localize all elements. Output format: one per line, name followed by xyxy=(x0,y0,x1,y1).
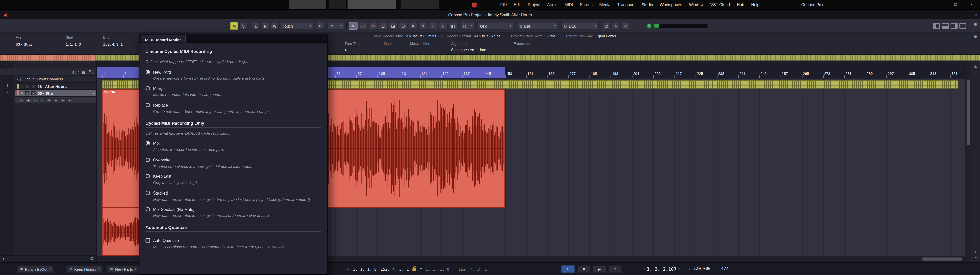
option-merge[interactable]: Merge xyxy=(146,86,321,90)
record-button[interactable]: ● xyxy=(608,265,622,273)
locator-display[interactable]: ▶ 1. 1. 1. 0 152. 4. 3. 1 ▼ 1. 1. 1. 0 ▾… xyxy=(348,265,487,273)
option-replace[interactable]: Replace xyxy=(146,103,321,107)
left-locator-value[interactable]: 1. 1. 1. 0 xyxy=(353,267,377,271)
track-visibility-icon[interactable]: ▦ xyxy=(82,70,86,74)
menu-workspaces[interactable]: Workspaces xyxy=(656,0,686,9)
radio-indicator[interactable] xyxy=(146,157,150,162)
radio-indicator[interactable] xyxy=(146,141,150,145)
toolbar-setup-gear-icon[interactable]: ⚙ xyxy=(974,22,977,27)
menu-media[interactable]: Media xyxy=(596,0,614,9)
read-automation-button[interactable]: R xyxy=(46,98,52,103)
reset-quantize-button[interactable]: ↺ xyxy=(621,22,629,30)
edit-channel-button[interactable]: e xyxy=(32,98,38,103)
chevron-down-icon[interactable]: ▾ xyxy=(93,92,94,95)
menu-scores[interactable]: Scores xyxy=(576,0,596,9)
window-layout-toggle[interactable] xyxy=(959,23,966,29)
punch-inout-button[interactable]: ◉ Punch In/Out ▾ xyxy=(17,265,54,273)
automation-mode-select[interactable]: Touch ▾ xyxy=(280,22,313,30)
play-tool-tool-button[interactable]: ▹ xyxy=(439,22,447,30)
play-button[interactable]: ▶ xyxy=(593,265,606,273)
menu-audio[interactable]: Audio xyxy=(544,0,561,9)
line-tool-button[interactable]: ∕ xyxy=(429,22,438,30)
close-button[interactable]: × xyxy=(964,0,979,9)
punch-in-value[interactable]: 1. 1. 1. 0 xyxy=(425,267,449,271)
horizontal-scrollbar-thumb[interactable] xyxy=(922,258,962,261)
suspend-automation-button[interactable]: ↺ xyxy=(316,22,325,30)
snap-button[interactable]: ⊓ ▾ xyxy=(461,22,475,30)
disclosure-icon[interactable]: ▸ xyxy=(17,77,18,81)
search-icon[interactable] xyxy=(88,69,94,75)
radio-indicator[interactable] xyxy=(146,190,150,195)
lanes-button[interactable]: ▸ xyxy=(60,98,65,103)
radio-indicator[interactable] xyxy=(146,207,150,211)
keep-history-button[interactable]: ↺ Keep History ▾ xyxy=(66,265,103,273)
record-arm-button[interactable]: ● xyxy=(19,98,24,103)
track-solo-button[interactable]: s xyxy=(32,91,36,95)
track-mute-button[interactable]: m xyxy=(25,91,29,95)
color-tool-tool-button[interactable]: ◧ xyxy=(449,22,457,30)
menu-help[interactable]: Help xyxy=(748,0,763,9)
tempo-display[interactable]: ♩ 120.000 xyxy=(689,265,711,273)
time-signature-display[interactable]: 4/4 xyxy=(721,265,729,273)
checkbox-indicator[interactable] xyxy=(146,238,150,242)
option-mix[interactable]: Mix xyxy=(146,141,321,145)
autoscroll-button[interactable]: ↠ ▾ xyxy=(328,22,344,30)
listen-button[interactable]: L xyxy=(252,22,260,30)
time-display[interactable]: ⊙ 3. 2. 2.107 ▾ xyxy=(643,265,680,273)
menu-project[interactable]: Project xyxy=(524,0,544,9)
mute-tool-tool-button[interactable]: × xyxy=(409,22,417,30)
draw-tool-button[interactable]: ✎ xyxy=(419,22,428,30)
lower-zone-toggle[interactable] xyxy=(942,23,949,29)
info-start-value[interactable]: 1. 1. 1. 0 xyxy=(65,42,94,46)
punch-out-value[interactable]: 152. 4. 3. 1 xyxy=(458,267,487,271)
right-zone-toggle[interactable] xyxy=(951,23,958,29)
monitor-button[interactable]: ◉ xyxy=(25,98,31,103)
minimize-button[interactable]: — xyxy=(932,0,948,9)
expand-icon[interactable]: ▾ xyxy=(3,257,4,261)
iterative-quantize-button[interactable]: iQ xyxy=(603,22,611,30)
project-close-icon[interactable]: × xyxy=(975,10,977,19)
menu-edit[interactable]: Edit xyxy=(511,0,524,9)
midi-record-mode-button[interactable]: ▦ New Parts ▾ xyxy=(107,265,139,273)
quantize-panel-button[interactable]: ✎ xyxy=(612,22,620,30)
freeze-button[interactable]: ≡ xyxy=(39,98,45,103)
option-stacked[interactable]: Stacked xyxy=(146,190,321,195)
io-channels-row[interactable]: ▸ ▤ Input/Output Channels xyxy=(15,76,96,83)
zoom-in-icon[interactable]: + xyxy=(975,250,977,254)
info-musical-mode-value[interactable]: - xyxy=(410,47,444,51)
option-new-parts[interactable]: New Parts xyxy=(146,70,321,74)
info-end-value[interactable]: 152. 4. 3. 1 xyxy=(103,42,135,46)
radio-indicator[interactable] xyxy=(146,70,150,74)
write-automation-button[interactable]: W xyxy=(53,98,59,103)
right-zone-panel-icon[interactable]: ◫ xyxy=(974,64,977,68)
right-zone-menu-icon[interactable]: ≡ xyxy=(975,72,977,76)
solo-button[interactable]: S xyxy=(239,22,248,30)
grid-type-select[interactable]: ▦ Bar ▾ xyxy=(517,22,558,30)
menu-file[interactable]: File xyxy=(497,0,511,9)
info-algorithm-value[interactable]: élastique Pro - Time xyxy=(451,47,506,51)
menu-hub[interactable]: Hub xyxy=(733,0,748,9)
menu-vst-cloud[interactable]: VST Cloud xyxy=(707,0,733,9)
track-mute-button[interactable]: m xyxy=(25,84,29,88)
info-mute-value[interactable]: - xyxy=(384,47,402,51)
menu-studio[interactable]: Studio xyxy=(638,0,656,9)
menu-window[interactable]: Window xyxy=(686,0,707,9)
snap-type-select[interactable]: Grid ▾ xyxy=(477,22,514,30)
divider-menu-icon[interactable]: ≡ xyxy=(0,62,15,65)
glue-tool-button[interactable]: ⊔ xyxy=(379,22,387,30)
lock-icon[interactable] xyxy=(413,268,417,271)
option-overwrite[interactable]: Overwrite xyxy=(146,157,321,162)
vertical-scrollbar-thumb[interactable] xyxy=(967,80,970,145)
zoom-tool-button[interactable]: ⊙ xyxy=(399,22,407,30)
read-automation-button[interactable]: R xyxy=(261,22,269,30)
radio-indicator[interactable] xyxy=(146,86,150,90)
mute-button[interactable]: M xyxy=(230,22,238,30)
add-track-button[interactable]: + xyxy=(3,69,5,75)
info-extension-value[interactable]: - xyxy=(514,47,539,51)
quantize-select[interactable]: Q 1/16 ▾ xyxy=(561,22,599,30)
stop-button[interactable]: ■ xyxy=(577,265,590,273)
radio-indicator[interactable] xyxy=(146,174,150,178)
option-keep-last[interactable]: Keep Last xyxy=(146,174,321,178)
menu-transport[interactable]: Transport xyxy=(614,0,638,9)
cubase-app-icon[interactable] xyxy=(472,2,477,7)
